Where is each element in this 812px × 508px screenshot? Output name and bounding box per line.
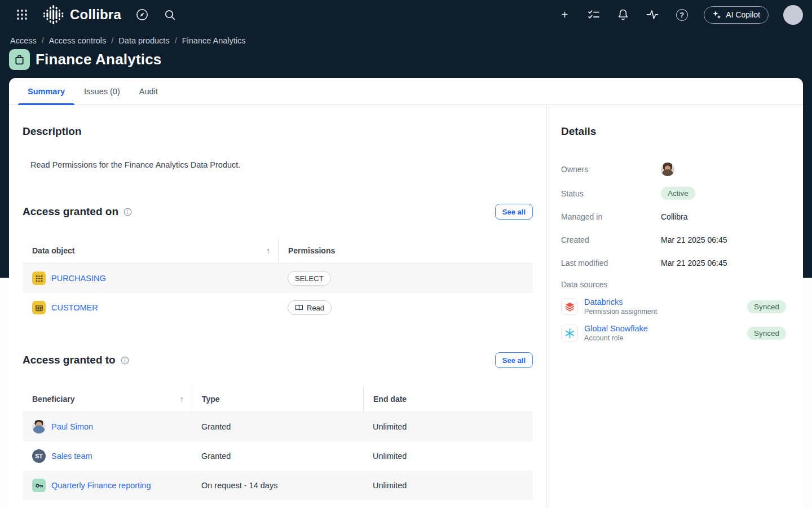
global-snowflake-sub-label: Account role	[584, 334, 648, 342]
key-icon	[32, 479, 46, 492]
tab-issues[interactable]: Issues (0)	[74, 78, 130, 104]
user-avatar[interactable]	[783, 5, 803, 25]
table-row[interactable]: PURCHASING SELECT	[23, 264, 533, 293]
see-all-access-on-button[interactable]: See all	[495, 204, 533, 220]
breadcrumb-access-controls[interactable]: Access controls	[49, 36, 107, 45]
column-header-beneficiary[interactable]: Beneficiary ↑	[23, 386, 192, 411]
collibra-logo-mark	[43, 5, 64, 24]
sync-status-badge: Synced	[747, 300, 786, 313]
table-row[interactable]: Quarterly Finance reporting On request -…	[23, 471, 533, 500]
created-value: Mar 21 2025 06:45	[661, 235, 727, 244]
beneficiary-avatar: ST	[32, 449, 46, 463]
sort-asc-icon[interactable]: ↑	[266, 246, 270, 255]
data-source-databricks: Databricks Permission assignment Synced	[561, 297, 786, 316]
explore-compass-icon[interactable]	[135, 7, 149, 22]
app-grid-icon[interactable]	[15, 7, 29, 22]
owners-label: Owners	[561, 165, 661, 174]
access-granted-on-header: Access granted on See all	[23, 204, 533, 220]
notifications-bell-icon[interactable]	[616, 7, 630, 22]
detail-row-created: Created Mar 21 2025 06:45	[561, 234, 786, 246]
global-snowflake-link[interactable]: Global Snowflake	[584, 324, 648, 333]
ai-copilot-button[interactable]: AI Copilot	[704, 6, 769, 24]
data-sources-label: Data sources	[561, 280, 786, 289]
last-modified-value: Mar 21 2025 06:45	[661, 259, 727, 268]
detail-row-owners: Owners	[561, 163, 786, 176]
sparkles-icon	[712, 10, 721, 19]
table-row[interactable]: CUSTOMER Read	[23, 293, 533, 322]
top-navbar: Collibra +	[0, 0, 812, 29]
brand-name: Collibra	[70, 7, 121, 23]
beneficiary-link-quarterly-finance-reporting[interactable]: Quarterly Finance reporting	[51, 481, 151, 490]
created-label: Created	[561, 235, 661, 244]
access-granted-to-table: Beneficiary ↑ Type End date	[23, 386, 533, 500]
search-icon[interactable]	[163, 7, 178, 22]
status-label: Status	[561, 189, 661, 198]
beneficiary-avatar	[32, 420, 46, 433]
detail-row-managed-in: Managed in Collibra	[561, 211, 786, 223]
owner-avatar[interactable]	[661, 163, 674, 176]
permission-badge: Read	[288, 300, 332, 315]
collibra-logo[interactable]: Collibra	[43, 5, 121, 24]
column-header-type[interactable]: Type	[192, 386, 363, 411]
tasks-icon[interactable]	[586, 7, 601, 22]
breadcrumb-access[interactable]: Access	[10, 36, 37, 45]
end-date: Unlimited	[373, 481, 407, 490]
page-title-row: Finance Analytics	[9, 49, 162, 70]
table-row[interactable]: ST Sales team Granted Unlimited	[23, 441, 533, 471]
column-header-end-date[interactable]: End date	[363, 386, 533, 411]
schema-icon	[32, 271, 46, 285]
table-header: Beneficiary ↑ Type End date	[23, 386, 533, 412]
sort-asc-icon[interactable]: ↑	[180, 395, 184, 404]
help-icon[interactable]: ?	[674, 7, 689, 22]
tab-bar: Summary Issues (0) Audit	[9, 78, 803, 105]
description-heading: Description	[23, 125, 533, 138]
sync-status-badge: Synced	[747, 327, 786, 340]
main-column: Description Read Permissions for the Fin…	[9, 105, 547, 508]
access-type: Granted	[201, 452, 231, 461]
read-book-icon	[295, 304, 303, 311]
last-modified-label: Last modified	[561, 259, 661, 268]
access-type: On request - 14 days	[201, 481, 277, 490]
status-badge: Active	[661, 187, 695, 200]
table-asset-icon	[32, 301, 46, 314]
tab-audit[interactable]: Audit	[130, 78, 167, 104]
collibra-app: Collibra +	[0, 0, 812, 508]
breadcrumb-data-products[interactable]: Data products	[118, 36, 169, 45]
end-date: Unlimited	[373, 452, 407, 461]
column-header-data-object[interactable]: Data object ↑	[23, 238, 278, 263]
managed-in-label: Managed in	[561, 212, 661, 221]
page-title: Finance Analytics	[36, 51, 162, 68]
add-icon[interactable]: +	[557, 7, 572, 22]
access-granted-on-heading: Access granted on	[23, 205, 118, 218]
snowflake-icon	[561, 325, 578, 341]
managed-in-value: Collibra	[661, 212, 687, 221]
permission-badge: SELECT	[288, 271, 331, 286]
column-header-permissions[interactable]: Permissions	[278, 238, 533, 263]
beneficiary-link-paul-simon[interactable]: Paul Simon	[51, 422, 93, 431]
databricks-sub-label: Permission assignment	[584, 308, 657, 316]
databricks-link[interactable]: Databricks	[584, 297, 657, 306]
detail-row-last-modified: Last modified Mar 21 2025 06:45	[561, 257, 786, 269]
access-type: Granted	[201, 422, 231, 431]
data-product-bag-icon	[9, 49, 30, 70]
breadcrumb-current: Finance Analytics	[182, 36, 246, 45]
activity-icon[interactable]	[645, 7, 660, 22]
tab-summary[interactable]: Summary	[18, 78, 74, 104]
details-heading: Details	[561, 125, 786, 138]
data-object-link-customer[interactable]: CUSTOMER	[51, 303, 98, 312]
detail-row-status: Status Active	[561, 187, 786, 200]
details-sidebar: Details Owners Status Active Managed in …	[547, 105, 803, 508]
content-panel: Summary Issues (0) Audit Description Rea…	[9, 78, 803, 508]
data-object-link-purchasing[interactable]: PURCHASING	[51, 274, 106, 283]
table-row[interactable]: Paul Simon Granted Unlimited	[23, 412, 533, 441]
beneficiary-link-sales-team[interactable]: Sales team	[51, 452, 92, 461]
breadcrumb: Access / Access controls / Data products…	[10, 36, 246, 45]
access-granted-on-table: Data object ↑ Permissions	[23, 238, 533, 322]
see-all-access-to-button[interactable]: See all	[495, 352, 533, 368]
info-icon[interactable]	[123, 208, 132, 216]
description-text: Read Permissions for the Finance Analyti…	[30, 160, 533, 169]
ai-copilot-label: AI Copilot	[726, 10, 760, 19]
table-header: Data object ↑ Permissions	[23, 238, 533, 264]
end-date: Unlimited	[373, 422, 407, 431]
info-icon[interactable]	[121, 356, 129, 365]
